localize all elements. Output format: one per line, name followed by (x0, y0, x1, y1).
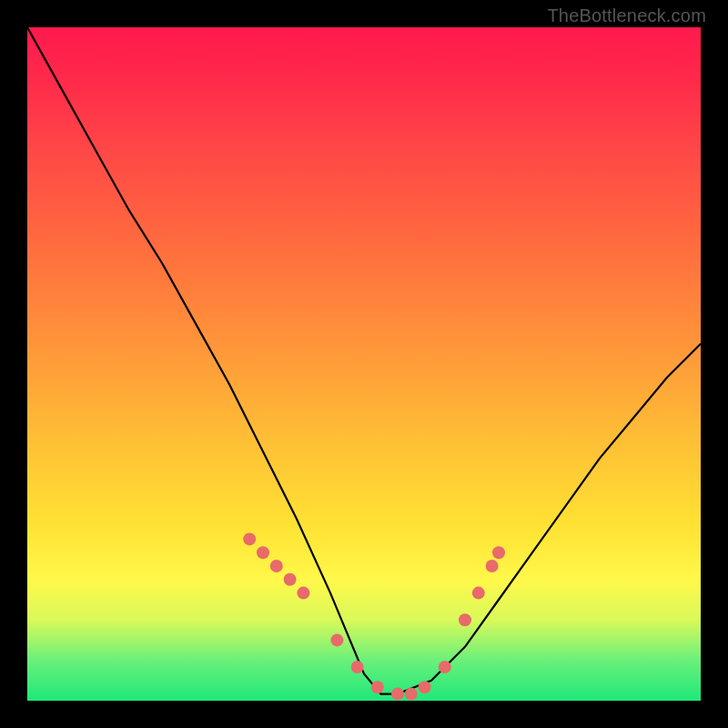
chart-frame: TheBottleneck.com (0, 0, 728, 728)
curve-dot (492, 546, 505, 559)
curve-dot (371, 681, 384, 693)
bottleneck-curve (27, 27, 701, 701)
curve-dot (270, 560, 283, 572)
curve-dot (486, 560, 499, 572)
curve-dot (284, 573, 297, 586)
curve-dot (330, 633, 343, 646)
watermark-text: TheBottleneck.com (547, 5, 706, 26)
plot-area (27, 27, 701, 701)
curve-dot (297, 587, 309, 600)
curve-dot (351, 661, 364, 673)
curve-dot (439, 661, 451, 673)
curve-dot (391, 688, 404, 701)
curve-dot (419, 681, 431, 693)
curve-dot (459, 613, 471, 626)
curve-dot (243, 532, 256, 545)
curve-dot (472, 587, 485, 600)
curve-dots (243, 532, 505, 700)
curve-dot (405, 688, 418, 701)
curve-line (27, 27, 701, 694)
curve-dot (257, 546, 269, 559)
